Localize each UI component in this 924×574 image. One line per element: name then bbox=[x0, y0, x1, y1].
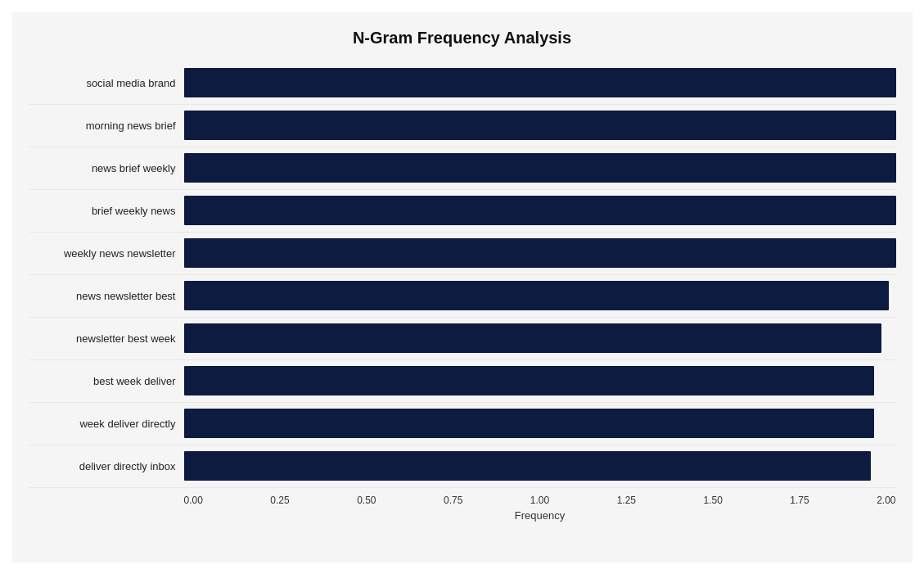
bar-track bbox=[184, 366, 896, 395]
bar-row: deliver directly inbox bbox=[29, 445, 896, 488]
x-tick: 1.75 bbox=[790, 495, 809, 506]
bar-label: brief weekly news bbox=[29, 205, 184, 217]
chart-area: social media brandmorning news briefnews… bbox=[29, 62, 896, 488]
bar-row: week deliver directly bbox=[29, 403, 896, 445]
bar-fill bbox=[184, 68, 896, 97]
bar-track bbox=[184, 281, 896, 310]
bar-fill bbox=[184, 281, 889, 310]
bar-row: best week deliver bbox=[29, 360, 896, 403]
bar-label: week deliver directly bbox=[29, 418, 184, 430]
bar-fill bbox=[184, 196, 896, 225]
bar-label: social media brand bbox=[29, 77, 184, 89]
bar-fill bbox=[184, 111, 896, 140]
bar-label: news brief weekly bbox=[29, 162, 184, 174]
bar-row: brief weekly news bbox=[29, 190, 896, 233]
bar-label: best week deliver bbox=[29, 375, 184, 387]
bar-track bbox=[184, 196, 896, 225]
x-axis: 0.000.250.500.751.001.251.501.752.00 bbox=[184, 495, 896, 506]
bar-fill bbox=[184, 366, 875, 395]
bar-row: social media brand bbox=[29, 62, 896, 105]
bar-row: weekly news newsletter bbox=[29, 233, 896, 275]
bar-track bbox=[184, 111, 896, 140]
bar-label: weekly news newsletter bbox=[29, 247, 184, 260]
bar-label: deliver directly inbox bbox=[29, 460, 184, 472]
bar-fill bbox=[184, 323, 882, 353]
x-tick: 0.50 bbox=[357, 495, 376, 506]
bar-track bbox=[184, 323, 896, 353]
x-axis-label: Frequency bbox=[184, 509, 896, 522]
bar-label: news newsletter best bbox=[29, 290, 184, 302]
bar-track bbox=[184, 238, 896, 268]
x-axis-ticks: 0.000.250.500.751.001.251.501.752.00 bbox=[184, 495, 896, 506]
bar-track bbox=[184, 153, 896, 183]
bar-label: morning news brief bbox=[29, 120, 184, 132]
bar-track bbox=[184, 409, 896, 438]
x-tick: 0.00 bbox=[184, 495, 203, 506]
x-tick: 2.00 bbox=[877, 495, 895, 506]
bar-track bbox=[184, 451, 896, 481]
x-tick: 1.00 bbox=[530, 495, 549, 506]
bar-row: morning news brief bbox=[29, 105, 896, 147]
bar-fill bbox=[184, 451, 872, 481]
bar-track bbox=[184, 68, 896, 97]
x-tick: 1.50 bbox=[703, 495, 722, 506]
bar-row: news newsletter best bbox=[29, 275, 896, 318]
bar-label: newsletter best week bbox=[29, 332, 184, 345]
bar-fill bbox=[184, 238, 896, 268]
bar-row: news brief weekly bbox=[29, 147, 896, 190]
chart-container: N-Gram Frequency Analysis social media b… bbox=[12, 12, 913, 563]
x-tick: 0.25 bbox=[270, 495, 289, 506]
x-tick: 0.75 bbox=[444, 495, 462, 506]
bar-row: newsletter best week bbox=[29, 318, 896, 360]
bar-fill bbox=[184, 153, 896, 183]
chart-title: N-Gram Frequency Analysis bbox=[29, 29, 896, 47]
bar-fill bbox=[184, 409, 875, 438]
x-tick: 1.25 bbox=[617, 495, 636, 506]
